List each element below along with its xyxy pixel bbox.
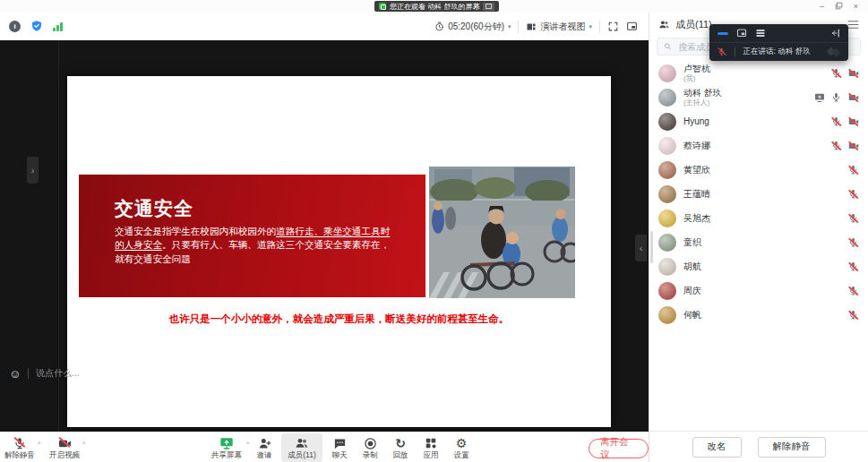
member-row[interactable]: 吴旭杰 [649,206,868,230]
share-screen-icon [219,436,234,450]
member-row[interactable]: 卢智杭 (我) [649,61,868,85]
pop-out-window-icon[interactable] [626,21,638,32]
member-row[interactable]: 蔡诗娜 [649,133,868,158]
close-button[interactable]: × [847,0,864,12]
timer-icon [434,21,444,31]
leave-meeting-button[interactable]: 离开会议 [589,439,649,458]
search-icon [664,42,672,51]
avatar [658,234,676,252]
start-video-label: 开启视频 [49,451,80,459]
share-screen-label: 共享屏幕 [211,451,242,459]
member-row[interactable]: 动科 舒玖 (主持人) [649,85,868,109]
member-row[interactable]: 王蕴晴 [649,182,868,206]
titlebar: 您正在观看 动科 舒玖的屏幕 – × [0,0,868,13]
apps-button[interactable]: 应用 [416,433,446,462]
pip-view-icon[interactable] [736,28,747,38]
emoji-icon[interactable]: ☺ [9,368,21,380]
slide-red-banner: 交通安全 交通安全是指学生在校园内和校园外的道路行走、乘坐交通工具时的人身安全。… [79,175,425,297]
fullscreen-icon[interactable] [607,21,619,32]
camera-off-icon [848,68,859,79]
unmute-all-button[interactable]: 解除静音 [758,437,826,458]
member-role: (我) [683,74,710,82]
speaking-popup: 正在讲话: 动科 舒玖 [709,24,848,61]
close-icon: × [854,2,858,11]
settings-label: 设置 [454,451,469,459]
mic-muted-icon [848,237,859,248]
mic-options-caret[interactable]: ^ [38,441,40,447]
replay-button[interactable]: ↻ 回放 [385,433,416,462]
member-name: 黄望欣 [683,165,710,175]
view-mode-text: 演讲者视图 [540,21,585,33]
scrollbar-thumb[interactable] [650,231,653,263]
member-row[interactable]: 童织 [649,230,868,254]
app-logo-icon [379,3,386,10]
security-shield-icon[interactable] [30,20,43,32]
status-icons: i [9,20,63,32]
chevron-left-icon: ‹ [640,243,643,253]
mic-muted-icon [831,68,842,79]
slide-photo-cyclists [429,167,575,298]
meeting-timer[interactable]: 05:20(60分钟) ▾ [434,21,511,33]
minimize-button[interactable]: – [813,0,830,12]
mic-muted-icon [848,310,859,321]
invite-button[interactable]: 邀请 [249,433,279,462]
view-mode-selector[interactable]: 演讲者视图 ▾ [526,21,592,33]
chat-label: 聊天 [332,451,348,459]
share-screen-button[interactable]: 共享屏幕 ^ [206,433,247,462]
restore-icon [835,2,843,10]
avatar [658,282,676,300]
minimize-bar-icon[interactable] [718,32,728,35]
unmute-button[interactable]: 解除静音 ^ [2,433,38,462]
settings-button[interactable]: ⚙ 设置 [446,433,477,462]
member-row[interactable]: 黄望欣 [649,158,868,182]
avatar [658,258,676,276]
record-button[interactable]: 录制 [355,433,385,462]
window-controls: – × [813,0,864,12]
list-view-icon[interactable] [755,28,766,38]
members-panel: 成员(11) 卢智杭 (我) [649,13,868,462]
mic-muted-icon [848,286,859,296]
mic-muted-icon [13,436,27,450]
member-row[interactable]: 胡航 [649,254,868,278]
mic-muted-icon [848,189,859,200]
camera-off-icon [848,92,859,103]
members-panel-title: 成员(11) [675,18,712,31]
mic-muted-icon [831,116,842,127]
slide-warning-text: 也许只是一个小小的意外，就会造成严重后果，断送美好的前程甚至生命。 [67,312,611,326]
member-row[interactable]: Hyung [649,109,868,133]
collapse-panel-tab[interactable]: ‹ [635,235,647,261]
meeting-info-icon[interactable]: i [9,21,21,32]
chevron-down-icon: ▾ [508,23,511,30]
member-row[interactable]: 周庆 [649,278,868,303]
expand-icon [486,4,492,9]
member-name: 蔡诗娜 [683,141,710,151]
watching-screen-banner[interactable]: 您正在观看 动科 舒玖的屏幕 [374,1,499,12]
start-video-button[interactable]: 开启视频 ^ [47,433,82,462]
rename-button[interactable]: 改名 [692,437,742,458]
expand-share-view-button[interactable] [483,3,494,11]
divider [518,21,519,33]
invite-person-icon [257,436,271,450]
avatar [658,113,676,131]
member-list: 卢智杭 (我) 动科 舒玖 (主持人) [649,61,868,430]
member-row[interactable]: 何帆 [649,303,868,327]
video-options-caret[interactable]: ^ [82,441,85,447]
chat-bubble-icon [332,436,347,450]
mic-muted-icon [848,165,859,175]
chevron-right-icon: › [31,165,35,175]
invite-label: 邀请 [257,451,272,459]
collapse-panel-icon[interactable] [829,28,840,38]
replay-icon: ↻ [393,436,408,450]
record-label: 录制 [363,451,378,459]
members-button[interactable]: 成员(11) [281,433,322,462]
network-signal-icon[interactable] [53,21,63,31]
chat-button[interactable]: 聊天 [324,433,355,462]
camera-off-icon [848,116,859,127]
member-name: 胡航 [683,261,701,272]
expand-left-panel-tab[interactable]: › [27,157,39,184]
menu-icon[interactable] [847,20,859,30]
popup-controls-row [709,24,848,42]
quick-chat-bar[interactable]: ☺ 说点什么... [9,367,80,380]
restore-button[interactable] [830,0,847,12]
member-name: Hyung [683,116,709,127]
